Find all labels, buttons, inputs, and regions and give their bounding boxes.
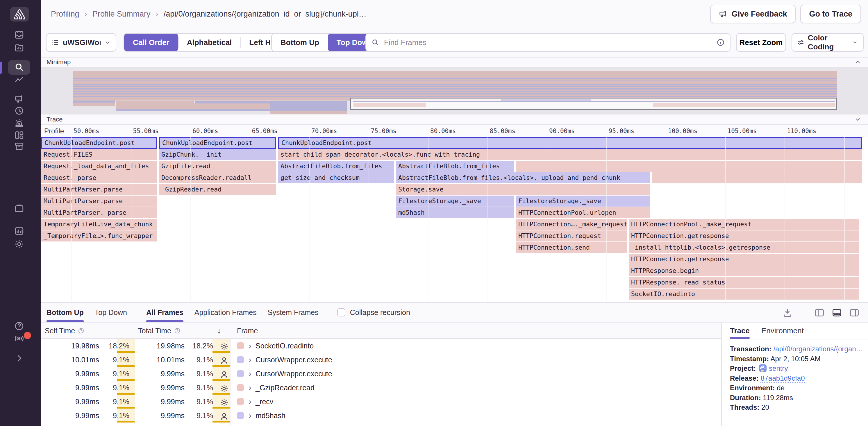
chevron-up-icon[interactable] [854, 58, 862, 66]
flame-frame[interactable]: Request._parse [41, 172, 157, 183]
frame-name-cell[interactable]: ›CursorWrapper.execute [230, 367, 721, 381]
frame-name-cell[interactable]: ›CursorWrapper.execute [230, 353, 721, 367]
settings-icon[interactable] [14, 239, 24, 249]
transaction-link[interactable]: /api/0/organizations/{organ… [773, 345, 862, 353]
search-input[interactable] [383, 38, 712, 47]
total-time-header[interactable]: Total Time ↓ [134, 323, 230, 339]
sort-descending-icon[interactable]: ↓ [217, 326, 221, 335]
self-time-header[interactable]: Self Time [41, 323, 134, 339]
tab-bottom-up[interactable]: Bottom Up [46, 303, 84, 322]
flame-frame[interactable]: _GzipReader.read [159, 184, 276, 195]
expand-chevron-icon[interactable]: › [249, 411, 251, 420]
expand-icon[interactable] [14, 353, 24, 363]
flame-frame[interactable]: MultiPartParser.parse [41, 196, 157, 207]
stats-icon[interactable] [14, 226, 24, 236]
flame-frame[interactable]: MultiPartParser.parse [41, 184, 157, 195]
find-frames-search[interactable] [365, 33, 731, 52]
flame-frame[interactable]: SocketIO.readinto [629, 289, 859, 300]
flame-frame[interactable] [516, 161, 862, 172]
flame-frame[interactable] [652, 172, 862, 183]
give-feedback-button[interactable]: Give Feedback [710, 5, 796, 23]
flame-frame[interactable]: get_size_and_checksum [278, 172, 394, 183]
sort-mode-call-order[interactable]: Call Order [124, 33, 178, 52]
tab-application-frames[interactable]: Application Frames [194, 303, 257, 322]
breadcrumb-profile-summary[interactable]: Profile Summary [92, 9, 151, 19]
reset-zoom-button[interactable]: Reset Zoom [736, 33, 786, 52]
direction-bottom-up[interactable]: Bottom Up [272, 33, 328, 52]
collapse-recursion-checkbox[interactable] [337, 308, 345, 317]
flame-frame[interactable]: HTTPConnectionPool._make_request [629, 219, 859, 230]
flame-frame[interactable]: AbstractFileBlob.from_files [396, 161, 514, 172]
download-icon[interactable] [782, 308, 793, 318]
flame-frame[interactable]: HTTPConnection.send [516, 242, 627, 253]
flame-frame[interactable]: TemporaryFileU…ive_data_chunk [41, 219, 157, 230]
table-row[interactable]: 19.98ms18.2%19.98ms18.2%›SocketIO.readin… [41, 339, 721, 353]
flame-frame[interactable]: _TemporaryFile…>.func_wrapper [41, 230, 157, 241]
stories-icon[interactable] [14, 203, 24, 213]
details-tab-trace[interactable]: Trace [730, 323, 750, 339]
tab-system-frames[interactable]: System Frames [268, 303, 319, 322]
table-row[interactable]: 10.01ms9.1%10.01ms9.1%›CursorWrapper.exe… [41, 353, 721, 367]
tab-top-down[interactable]: Top Down [95, 303, 127, 322]
flame-frame[interactable]: DecompressReader.readall [159, 172, 276, 183]
sentry-logo[interactable] [10, 7, 29, 22]
expand-chevron-icon[interactable]: › [249, 341, 251, 350]
flame-frame[interactable]: FilestoreStorage._save [396, 196, 514, 207]
minimap-canvas[interactable] [41, 67, 868, 114]
explore-search-icon[interactable] [14, 62, 24, 72]
table-row[interactable]: 9.99ms9.1%9.99ms9.1%›_recv [41, 395, 721, 408]
flame-frame[interactable]: AbstractFileBlob.from_files.<locals>._up… [396, 172, 650, 183]
expand-chevron-icon[interactable]: › [249, 383, 251, 392]
flame-frame[interactable]: HTTPConnection.getresponse [629, 254, 859, 265]
info-icon[interactable] [717, 38, 725, 46]
trace-header[interactable]: Trace [41, 114, 868, 125]
flame-frame[interactable]: HTTPResponse._read_status [629, 277, 859, 288]
flame-frame[interactable]: ChunkUploadEndpoint.post [159, 137, 276, 149]
flame-frame[interactable]: HTTPConnection.request [516, 230, 627, 241]
frame-header[interactable]: Frame [230, 323, 721, 339]
dashboards-icon[interactable] [14, 130, 24, 140]
flame-frame[interactable]: HTTPConnectionPool.urlopen [516, 207, 650, 218]
flame-frame[interactable]: GzipFile.read [159, 161, 276, 172]
issues-icon[interactable] [14, 30, 24, 40]
frame-name-cell[interactable]: ›SocketIO.readinto [230, 339, 721, 353]
release-link[interactable]: 87aab1d9cfa0 [761, 374, 805, 383]
flame-frame[interactable]: MultiPartParser._parse [41, 207, 157, 218]
color-coding-button[interactable]: Color Coding [792, 33, 864, 52]
table-row[interactable]: 9.99ms9.1%9.99ms9.1%›CursorWrapper.execu… [41, 367, 721, 381]
flame-frame[interactable]: HTTPConnection…._make_request [516, 219, 627, 230]
feedback-icon[interactable] [14, 94, 24, 104]
alerts-icon[interactable] [14, 118, 24, 128]
table-row[interactable]: 9.99ms9.1%9.99ms9.1%›_GzipReader.read [41, 381, 721, 395]
flame-frame[interactable]: Request._load_data_and_files [41, 161, 157, 172]
minimap-selection[interactable] [350, 98, 837, 110]
flame-frame[interactable]: FilestoreStorage._save [516, 196, 650, 207]
details-tab-environment[interactable]: Environment [761, 323, 804, 339]
flame-frame[interactable]: AbstractFileBlob.from_files [278, 161, 394, 172]
frame-name-cell[interactable]: ›_GzipReader.read [230, 381, 721, 395]
layout-right-icon[interactable] [849, 308, 859, 318]
flame-frame[interactable]: GzipChunk.__init__ [159, 149, 276, 160]
breadcrumb-profiling[interactable]: Profiling [51, 9, 80, 19]
layout-left-icon[interactable] [814, 308, 825, 318]
help-icon[interactable] [14, 321, 24, 331]
projects-icon[interactable] [14, 43, 24, 53]
go-to-trace-button[interactable]: Go to Trace [800, 5, 861, 23]
tab-all-frames[interactable]: All Frames [146, 303, 183, 322]
chevron-down-icon[interactable] [854, 116, 862, 123]
expand-chevron-icon[interactable]: › [249, 369, 251, 378]
broadcast-icon[interactable] [14, 334, 24, 343]
flame-frame[interactable]: HTTPConnection.getresponse [629, 230, 859, 241]
traces-icon[interactable] [14, 75, 24, 85]
flame-frame[interactable]: ChunkUploadEndpoint.post [278, 137, 862, 149]
expand-chevron-icon[interactable]: › [249, 355, 251, 364]
table-row[interactable]: 9.99ms9.1%9.99ms9.1%›md5hash [41, 408, 721, 423]
minimap-header[interactable]: Minimap [41, 57, 868, 67]
releases-icon[interactable] [14, 141, 24, 152]
flame-frame[interactable]: Request.FILES [41, 149, 157, 160]
flamegraph[interactable]: ChunkUploadEndpoint.postChunkUploadEndpo… [41, 137, 868, 302]
flame-frame[interactable]: ChunkUploadEndpoint.post [41, 137, 157, 149]
frame-name-cell[interactable]: ›_recv [230, 395, 721, 408]
replays-icon[interactable] [14, 106, 24, 116]
flame-frame[interactable]: _install_httplib.<locals>.getresponse [629, 242, 859, 253]
